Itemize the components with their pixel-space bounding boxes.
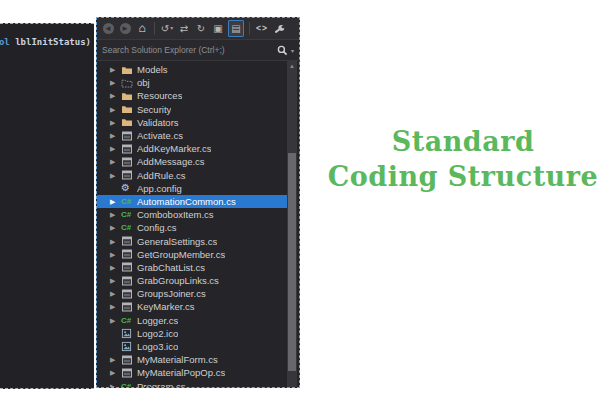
expander-arrow-icon[interactable]: ▶ xyxy=(110,274,121,287)
caption-line-2: Coding Structure xyxy=(318,159,608,194)
tree-rows: ▶Models▶obj▶Resources▶Security▶Validator… xyxy=(97,63,299,387)
tree-item[interactable]: ▶C#Logger.cs xyxy=(97,314,287,327)
image-file-icon xyxy=(121,328,132,339)
csharp-file-icon: C# xyxy=(121,197,131,206)
file-icon-cell: C# xyxy=(121,382,137,387)
tree-item[interactable]: ▶AddMessage.cs xyxy=(97,155,287,168)
tree-item[interactable]: Logo3.ico xyxy=(97,340,287,353)
tree-item-label: AutomationCommon.cs xyxy=(137,196,236,207)
tree-item-label: MyMaterialPopOp.cs xyxy=(137,367,225,378)
tree-item[interactable]: ▶GeneralSettings.cs xyxy=(97,234,287,247)
scroll-up-arrow-icon[interactable]: ▲ xyxy=(287,62,297,70)
file-icon-cell xyxy=(121,169,137,181)
file-icon-cell xyxy=(121,301,137,313)
expander-arrow-icon[interactable]: ▶ xyxy=(110,195,121,208)
winforms-file-icon xyxy=(121,169,133,181)
tree-item-label: Program.cs xyxy=(137,381,186,387)
image-file-icon xyxy=(121,341,132,352)
file-icon-cell xyxy=(121,261,137,273)
expander-arrow-icon[interactable]: ▶ xyxy=(110,76,121,89)
winforms-file-icon xyxy=(121,248,133,260)
expander-arrow-icon[interactable]: ▶ xyxy=(110,142,121,155)
tree-item[interactable]: ▶KeyMarker.cs xyxy=(97,300,287,313)
tree-item[interactable]: ▶C#Program.cs xyxy=(97,380,287,388)
file-icon-cell: C# xyxy=(121,197,137,206)
vertical-scrollbar[interactable]: ▲ xyxy=(287,61,297,387)
tree-item[interactable]: ▶Validators xyxy=(97,116,287,129)
winforms-file-icon xyxy=(121,156,133,168)
tree-item[interactable]: ▶GroupsJoiner.cs xyxy=(97,287,287,300)
winforms-file-icon xyxy=(121,301,133,313)
winforms-file-icon xyxy=(121,143,133,155)
properties-pages-button[interactable]: ▣ xyxy=(211,21,225,36)
expander-arrow-icon[interactable]: ▶ xyxy=(110,353,121,366)
tree-item[interactable]: ▶GrabChatList.cs xyxy=(97,261,287,274)
expander-arrow-icon[interactable]: ▶ xyxy=(110,155,121,168)
tree-item[interactable]: ▶C#AutomationCommon.cs xyxy=(97,195,287,208)
expander-arrow-icon[interactable]: ▶ xyxy=(110,287,121,300)
tree-item[interactable]: ▶C#Config.cs xyxy=(97,221,287,234)
expander-arrow-icon[interactable]: ▶ xyxy=(110,221,121,234)
search-bar[interactable]: Search Solution Explorer (Ctrl+;) ▾ xyxy=(97,40,299,61)
tree-item[interactable]: ▶obj xyxy=(97,76,287,89)
home-button[interactable]: ⌂ xyxy=(135,21,149,36)
view-code-button[interactable]: <> xyxy=(255,21,269,36)
tree-item[interactable]: ⚙App.config xyxy=(97,182,287,195)
tree-item-label: AddKeyMarker.cs xyxy=(137,143,211,154)
show-all-files-button[interactable]: ▤ xyxy=(228,20,244,37)
search-options-caret-icon[interactable]: ▾ xyxy=(291,47,294,54)
sync-active-document-button[interactable]: ⇄ xyxy=(177,21,191,36)
tree-item-label: GrabChatList.cs xyxy=(137,262,205,273)
tree-item[interactable]: ▶Security xyxy=(97,103,287,116)
expander-arrow-icon[interactable]: ▶ xyxy=(110,261,121,274)
file-icon-cell xyxy=(121,288,137,300)
expander-arrow-icon[interactable]: ▶ xyxy=(110,89,121,102)
file-icon-cell xyxy=(121,248,137,260)
tree-item[interactable]: ▶GetGroupMember.cs xyxy=(97,248,287,261)
back-button[interactable]: ◄ xyxy=(101,21,115,36)
tree-item[interactable]: ▶Resources xyxy=(97,89,287,102)
expander-arrow-icon[interactable]: ▶ xyxy=(110,235,121,248)
expander-arrow-icon[interactable]: ▶ xyxy=(110,116,121,129)
tree-item-label: App.config xyxy=(137,183,182,194)
file-icon-cell xyxy=(121,156,137,168)
forward-icon: ► xyxy=(120,23,131,34)
tree-item[interactable]: ▶AddKeyMarker.cs xyxy=(97,142,287,155)
expander-arrow-icon[interactable]: ▶ xyxy=(110,103,121,116)
file-icon-cell: ⚙ xyxy=(121,183,137,193)
file-icon-cell xyxy=(121,77,137,89)
tree-item[interactable]: ▶Activate.cs xyxy=(97,129,287,142)
expander-arrow-icon[interactable]: ▶ xyxy=(110,248,121,261)
search-icon[interactable] xyxy=(277,45,288,56)
tree-item[interactable]: ▶C#ComboboxItem.cs xyxy=(97,208,287,221)
tree-item-label: GroupsJoiner.cs xyxy=(137,288,206,299)
history-dropdown-button[interactable]: ↺▾ xyxy=(160,21,174,36)
expander-arrow-icon[interactable]: ▶ xyxy=(110,366,121,379)
expander-arrow-icon[interactable]: ▶ xyxy=(110,380,121,387)
tree-item[interactable]: ▶MyMaterialForm.cs xyxy=(97,353,287,366)
expander-arrow-icon[interactable]: ▶ xyxy=(110,300,121,313)
expander-arrow-icon[interactable]: ▶ xyxy=(110,208,121,221)
expander-arrow-icon[interactable]: ▶ xyxy=(110,129,121,142)
tree-item[interactable]: ▶AddRule.cs xyxy=(97,169,287,182)
expander-arrow-icon[interactable]: ▶ xyxy=(110,169,121,182)
properties-button[interactable] xyxy=(272,21,286,36)
csharp-file-icon: C# xyxy=(121,316,131,325)
winforms-file-icon xyxy=(121,275,133,287)
expander-arrow-icon[interactable]: ▶ xyxy=(110,63,121,76)
file-icon-cell: C# xyxy=(121,223,137,232)
scrollbar-thumb[interactable] xyxy=(288,153,296,371)
search-input[interactable]: Search Solution Explorer (Ctrl+;) xyxy=(102,45,277,55)
file-icon-cell xyxy=(121,354,137,366)
expander-arrow-icon[interactable]: ▶ xyxy=(110,314,121,327)
file-icon-cell xyxy=(121,90,137,102)
winforms-file-icon xyxy=(121,130,133,142)
properties-pages-icon: ▣ xyxy=(213,21,222,36)
forward-button[interactable]: ► xyxy=(118,21,132,36)
tree-item[interactable]: ▶MyMaterialPopOp.cs xyxy=(97,366,287,379)
refresh-button[interactable]: ↻ xyxy=(194,21,208,36)
tree-item[interactable]: ▶Models xyxy=(97,63,287,76)
file-tree: ▶Models▶obj▶Resources▶Security▶Validator… xyxy=(97,61,299,387)
tree-item[interactable]: Logo2.ico xyxy=(97,327,287,340)
tree-item[interactable]: ▶GrabGroupLinks.cs xyxy=(97,274,287,287)
